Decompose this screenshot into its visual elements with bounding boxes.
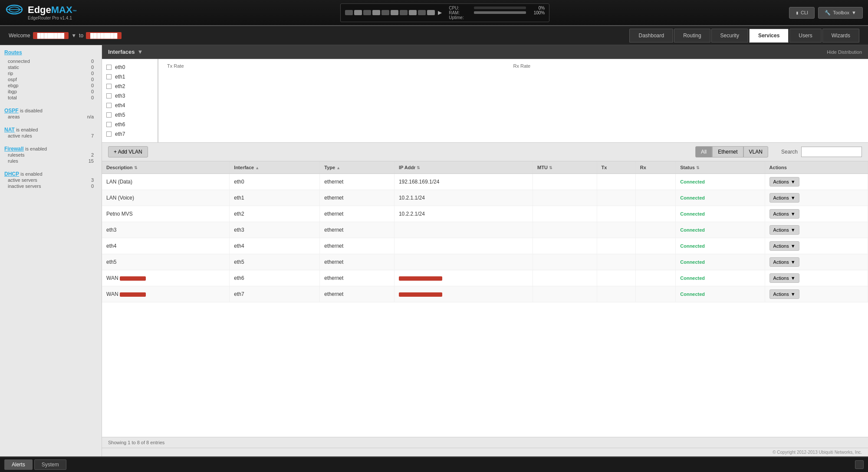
table-header: Description ⇅ Interface ▲ Type ▲ IP Addr… [102,161,868,174]
sys-icon-9 [418,10,426,15]
actions-label: Actions [773,211,789,216]
tab-routing[interactable]: Routing [674,29,710,43]
cpu-bar [474,7,526,9]
cli-button[interactable]: ▮ CLI [789,7,815,19]
actions-button[interactable]: Actions ▼ [769,177,799,187]
cell-rx [635,190,675,206]
sys-icon-5 [381,10,389,15]
iface-eth3-checkbox[interactable] [106,93,112,98]
cell-ipaddr: ████████████ [394,270,533,286]
col-interface[interactable]: Interface ▲ [230,161,320,174]
iface-eth6[interactable]: eth6 [102,120,158,129]
col-type[interactable]: Type ▲ [320,161,395,174]
routes-connected-row: connected0 [4,58,97,64]
tab-services[interactable]: Services [749,29,789,43]
toolbox-button[interactable]: 🔧 Toolbox ▼ [818,7,863,19]
sys-icon-8 [409,10,417,15]
iface-eth4-checkbox[interactable] [106,103,112,108]
interfaces-table: Description ⇅ Interface ▲ Type ▲ IP Addr… [102,161,868,302]
cell-actions: Actions ▼ [765,206,868,222]
hide-distribution-button[interactable]: Hide Distribution [827,49,862,55]
iface-eth2[interactable]: eth2 [102,82,158,91]
table-row: eth4 eth4 ethernet Connected Actions ▼ [102,238,868,254]
filter-all-button[interactable]: All [695,146,712,157]
ram-value: 100% [529,10,545,15]
sys-icon-10 [427,10,435,15]
actions-button[interactable]: Actions ▼ [769,209,799,219]
tab-wizards[interactable]: Wizards [822,29,859,43]
redacted-ip: ████████████ [399,292,442,297]
welcome-area: Welcome ████████ ▼ to ████████ [9,32,629,39]
iface-eth2-checkbox[interactable] [106,84,112,89]
cell-description: WAN ████ [102,270,230,286]
cell-mtu [533,206,597,222]
cell-type: ethernet [320,270,395,286]
actions-label: Actions [773,259,789,265]
sys-icon-6 [391,10,398,15]
table-row: eth3 eth3 ethernet Connected Actions ▼ [102,222,868,238]
actions-button[interactable]: Actions ▼ [769,289,799,299]
actions-button[interactable]: Actions ▼ [769,225,799,235]
tab-system[interactable]: System [34,459,66,470]
bottom-right-button[interactable] [855,460,864,469]
table-footer-text: Showing 1 to 8 of 8 entries [108,440,164,445]
cell-type: ethernet [320,190,395,206]
table-footer: Showing 1 to 8 of 8 entries [102,437,868,448]
cell-type: ethernet [320,286,395,302]
col-mtu[interactable]: MTU ⇅ [533,161,597,174]
iface-eth1[interactable]: eth1 [102,72,158,82]
cell-tx [597,222,635,238]
iface-eth7[interactable]: eth7 [102,129,158,139]
ospf-title[interactable]: OSPF [4,108,19,114]
col-rx: Rx [635,161,675,174]
routes-title[interactable]: Routes [4,49,97,56]
actions-dropdown-icon: ▼ [791,243,796,249]
actions-button[interactable]: Actions ▼ [769,273,799,283]
add-vlan-button[interactable]: + Add VLAN [108,146,148,157]
cell-description: eth4 [102,238,230,254]
actions-button[interactable]: Actions ▼ [769,257,799,267]
tab-security[interactable]: Security [711,29,748,43]
actions-button[interactable]: Actions ▼ [769,241,799,251]
filter-ethernet-button[interactable]: Ethernet [712,146,743,157]
desc-text: WAN [106,291,120,297]
iface-eth5[interactable]: eth5 [102,110,158,120]
interfaces-dropdown-icon[interactable]: ▼ [137,49,143,55]
col-description[interactable]: Description ⇅ [102,161,230,174]
firewall-rules-row: rules15 [4,158,97,164]
tab-users[interactable]: Users [789,29,821,43]
cli-label: CLI [801,10,808,15]
cell-ipaddr: 10.2.1.1/24 [394,190,533,206]
nat-title[interactable]: NAT [4,127,15,133]
iface-eth4[interactable]: eth4 [102,101,158,110]
iface-eth1-checkbox[interactable] [106,74,112,79]
ip-addr-text: 10.2.2.1/24 [399,211,425,217]
search-area: Search [781,147,862,157]
user-dropdown-icon[interactable]: ▼ [71,33,76,39]
iface-eth3[interactable]: eth3 [102,91,158,101]
tab-dashboard[interactable]: Dashboard [629,29,673,43]
cpu-label: CPU: [449,6,470,10]
table-row: Petno MVS eth2 ethernet 10.2.2.1/24 Conn… [102,206,868,222]
iface-eth0-checkbox[interactable] [106,65,112,70]
filter-vlan-button[interactable]: VLAN [743,146,768,157]
tab-alerts[interactable]: Alerts [4,459,33,470]
actions-button[interactable]: Actions ▼ [769,193,799,203]
search-input[interactable] [801,147,862,157]
redacted-desc: ████ [120,292,146,297]
welcome-text: Welcome [9,33,30,39]
edgemax-logo [5,3,23,22]
cell-rx [635,222,675,238]
iface-eth6-checkbox[interactable] [106,122,112,127]
cell-type: ethernet [320,238,395,254]
dhcp-title[interactable]: DHCP [4,171,19,177]
cell-status: Connected [676,286,765,302]
col-status[interactable]: Status ⇅ [676,161,765,174]
cell-interface: eth3 [230,222,320,238]
cell-status: Connected [676,254,765,270]
iface-eth7-checkbox[interactable] [106,131,112,137]
iface-eth0[interactable]: eth0 [102,62,158,72]
firewall-title[interactable]: Firewall [4,146,24,152]
col-ipaddr[interactable]: IP Addr ⇅ [394,161,533,174]
iface-eth5-checkbox[interactable] [106,112,112,118]
